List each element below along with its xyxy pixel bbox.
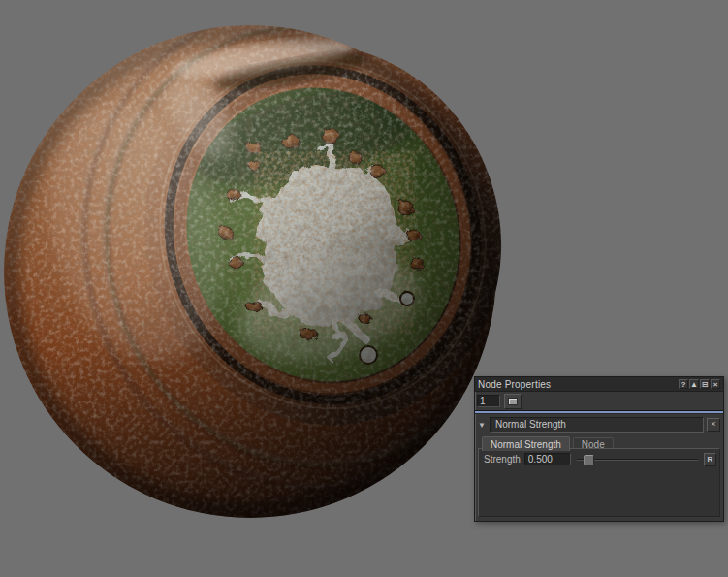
panel-toolbar xyxy=(475,392,723,410)
slider-handle[interactable] xyxy=(584,455,594,465)
section-close-icon[interactable]: × xyxy=(707,418,720,432)
strength-value-input[interactable] xyxy=(524,453,571,465)
pin-button[interactable] xyxy=(504,394,522,409)
panel-titlebar[interactable]: Node Properties ? ▲ ⊟ × xyxy=(475,377,723,392)
node-count-input[interactable] xyxy=(477,395,500,407)
close-icon[interactable]: × xyxy=(711,379,720,389)
titlebar-icons: ? ▲ ⊟ × xyxy=(679,379,720,389)
chevron-down-icon[interactable]: ▼ xyxy=(478,421,487,430)
properties-content: Strength R xyxy=(478,448,720,517)
slider-track[interactable] xyxy=(577,459,698,461)
reset-button[interactable]: R xyxy=(704,453,716,466)
strength-slider[interactable] xyxy=(577,453,698,465)
panel-title: Node Properties xyxy=(478,379,679,390)
help-icon[interactable]: ? xyxy=(679,379,688,389)
node-section-title: Normal Strength xyxy=(490,417,704,433)
tab-normal-strength[interactable]: Normal Strength xyxy=(482,436,570,451)
strength-label: Strength xyxy=(482,454,521,465)
float-icon[interactable]: ⊟ xyxy=(700,379,710,389)
pin-icon xyxy=(508,398,518,405)
node-section-header: ▼ Normal Strength × xyxy=(475,414,723,435)
node-properties-panel: Node Properties ? ▲ ⊟ × ▼ Normal Strengt… xyxy=(474,376,724,522)
strength-field-row: Strength R xyxy=(482,451,716,467)
collapse-icon[interactable]: ▲ xyxy=(689,379,699,389)
